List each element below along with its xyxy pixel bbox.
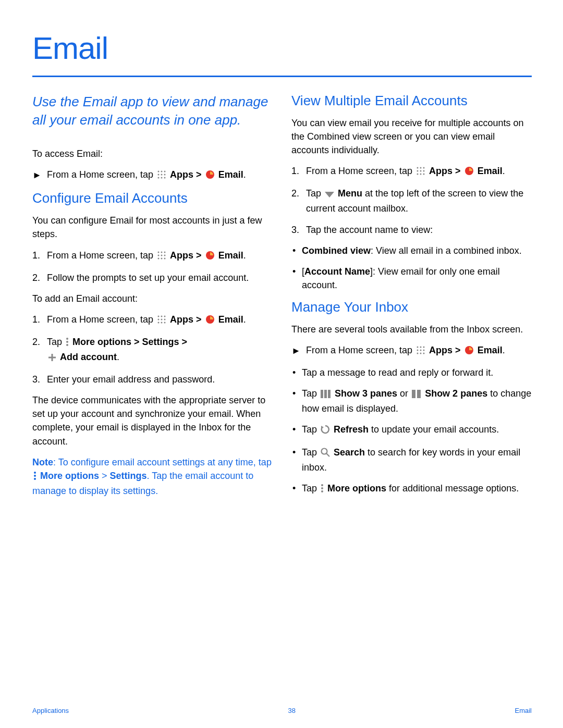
add-account-label: To add an Email account: (32, 292, 273, 305)
svg-point-27 (161, 322, 163, 323)
mb2-s2: Show 2 panes (425, 388, 487, 399)
apps-grid-icon (157, 169, 166, 183)
svg-point-51 (423, 347, 425, 348)
gt-2: > (193, 250, 204, 261)
dot-4: . (117, 352, 119, 362)
svg-point-24 (161, 318, 163, 320)
svg-point-5 (164, 174, 166, 176)
manage-b3: Tap Refresh to update your email account… (291, 423, 532, 438)
more-options-icon (33, 471, 36, 484)
svg-point-67 (321, 484, 323, 486)
mb4-tap: Tap (302, 447, 320, 458)
svg-point-46 (423, 174, 425, 175)
svg-point-10 (158, 251, 160, 253)
svg-point-1 (161, 171, 163, 172)
gt-3: > (193, 314, 204, 325)
title-rule (32, 76, 532, 77)
svg-point-44 (417, 174, 419, 175)
view3-text: Tap the account name to view: (306, 225, 433, 235)
email-label-1: Email (218, 169, 243, 180)
add-step-1: 1. From a Home screen, tap Apps > Email. (32, 313, 273, 328)
email-label-3: Email (218, 314, 243, 325)
content-columns: Use the Email app to view and manage all… (32, 93, 532, 504)
svg-point-15 (164, 254, 166, 256)
configure-para2: The device communicates with the appropr… (32, 393, 273, 448)
add2-more: More options > Settings > (72, 337, 187, 347)
configure-steps-1: 1. From a Home screen, tap Apps > Email.… (32, 249, 273, 285)
svg-point-4 (161, 174, 163, 176)
svg-point-43 (423, 170, 425, 172)
note-gt: > (99, 471, 110, 481)
svg-line-66 (326, 453, 329, 456)
manage-b1: Tap a message to read and reply or forwa… (291, 366, 532, 379)
add1-text: From a Home screen, tap (47, 314, 156, 325)
footer-left: Applications (32, 707, 69, 714)
email-app-icon (205, 314, 215, 328)
svg-point-16 (158, 257, 160, 259)
add-steps: 1. From a Home screen, tap Apps > Email.… (32, 313, 273, 386)
svg-point-11 (161, 251, 163, 253)
apps-label-4: Apps (429, 166, 452, 176)
view-heading: View Multiple Email Accounts (291, 93, 532, 109)
apps-grid-icon (416, 345, 425, 359)
svg-point-39 (420, 167, 422, 169)
configure-step-1: 1. From a Home screen, tap Apps > Email. (32, 249, 273, 264)
apps-label-5: Apps (429, 345, 452, 355)
add-step-2: 2. Tap More options > Settings > Add acc… (32, 335, 273, 365)
svg-point-69 (321, 490, 323, 492)
svg-point-13 (158, 254, 160, 256)
svg-point-54 (423, 350, 425, 351)
svg-point-7 (161, 177, 163, 179)
view-para: You can view email you receive for multi… (291, 116, 532, 157)
apps-grid-icon (157, 314, 166, 328)
email-app-icon (205, 250, 215, 264)
svg-rect-62 (412, 390, 415, 398)
svg-point-55 (417, 353, 419, 354)
svg-point-53 (420, 350, 422, 351)
dot-3: . (243, 314, 246, 325)
gt-4: > (452, 166, 463, 176)
page-title: Email (32, 30, 532, 66)
svg-point-45 (420, 174, 422, 175)
manage-arrow-step: ► From a Home screen, tap Apps > Email. (291, 343, 532, 359)
note-more: More options (40, 471, 99, 481)
apps-label-2: Apps (170, 250, 193, 261)
configure-step-2: 2. Follow the prompts to set up your ema… (32, 271, 273, 285)
arrow-icon: ► (291, 344, 301, 357)
manage-from-home: From a Home screen, tap (306, 345, 415, 355)
dot-2: . (243, 250, 246, 261)
configure-para: You can configure Email for most account… (32, 214, 273, 241)
view-steps: 1. From a Home screen, tap Apps > Email.… (291, 164, 532, 236)
add3-text: Enter your email address and password. (47, 374, 215, 385)
email-app-icon (464, 166, 474, 179)
manage-para: There are several tools available from t… (291, 323, 532, 336)
svg-point-40 (423, 167, 425, 169)
dot-6: . (503, 345, 505, 355)
mb2-tap: Tap (302, 388, 320, 399)
email-label-5: Email (478, 345, 503, 355)
note-settings: Settings (110, 471, 147, 481)
svg-point-21 (161, 315, 163, 317)
svg-point-52 (417, 350, 419, 351)
svg-point-35 (34, 472, 36, 474)
svg-rect-63 (417, 390, 421, 398)
svg-point-50 (420, 347, 422, 348)
email-label-2: Email (218, 250, 243, 261)
svg-point-26 (158, 322, 160, 323)
svg-point-22 (164, 315, 166, 317)
svg-point-36 (34, 475, 36, 477)
svg-rect-60 (324, 390, 327, 398)
cfg1-text: From a Home screen, tap (47, 250, 156, 261)
mb5-tap: Tap (302, 483, 320, 493)
mb3-rest: to update your email accounts. (369, 424, 499, 435)
view-step-3: 3. Tap the account name to view: (291, 223, 532, 237)
mb4-search: Search (334, 447, 365, 458)
access-step: ► From a Home screen, tap Apps > Email. (32, 168, 273, 183)
more-options-icon (321, 483, 324, 497)
svg-marker-48 (325, 192, 334, 198)
vb1-rest: : View all email in a combined inbox. (371, 245, 522, 256)
vb2-name: Account Name (304, 266, 370, 277)
view1-text: From a Home screen, tap (306, 166, 415, 176)
arrow-icon: ► (32, 168, 42, 182)
view2-tap: Tap (306, 188, 324, 199)
